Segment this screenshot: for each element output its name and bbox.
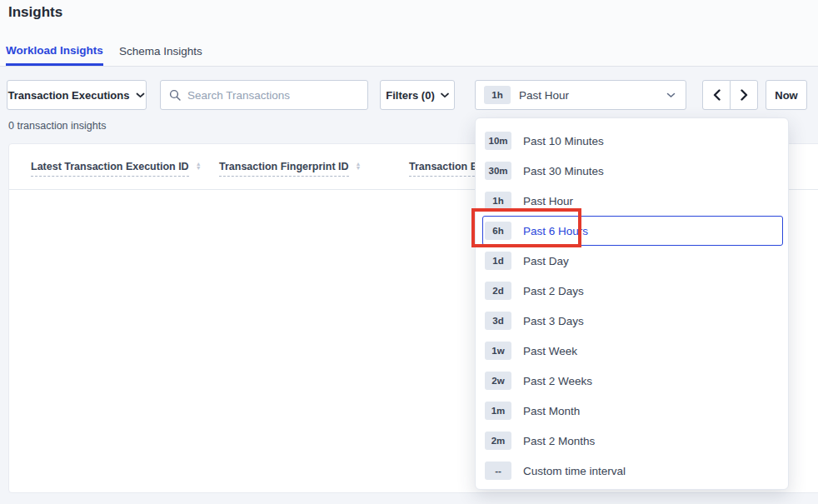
time-prev-button[interactable] bbox=[702, 80, 731, 110]
time-option-label: Past Hour bbox=[523, 195, 573, 207]
tab-divider bbox=[0, 66, 818, 67]
time-option-label: Past 2 Days bbox=[523, 285, 584, 297]
column-header-transaction-execution[interactable]: Transaction Ex bbox=[409, 161, 483, 177]
time-option-badge: -- bbox=[485, 462, 511, 480]
time-option-label: Past Week bbox=[523, 345, 577, 357]
time-option-badge: 1d bbox=[485, 252, 511, 270]
time-option-past-10-minutes[interactable]: 10mPast 10 Minutes bbox=[482, 126, 783, 156]
time-option-label: Past 2 Months bbox=[523, 435, 595, 447]
time-option-label: Past 10 Minutes bbox=[523, 135, 604, 147]
time-option-label: Past 30 Minutes bbox=[523, 165, 604, 177]
entity-type-select-value: Transaction Executions bbox=[8, 89, 130, 102]
time-option-badge: 10m bbox=[485, 132, 511, 150]
page-header: Insights Workload InsightsSchema Insight… bbox=[0, 0, 818, 67]
now-button-label: Now bbox=[775, 89, 797, 102]
time-option-badge: 1h bbox=[485, 192, 511, 210]
filters-button-label: Filters (0) bbox=[386, 89, 435, 102]
time-option-badge: 1m bbox=[485, 402, 511, 420]
time-option-past-month[interactable]: 1mPast Month bbox=[482, 396, 783, 426]
time-next-button[interactable] bbox=[730, 80, 758, 110]
time-option-badge: 3d bbox=[485, 312, 511, 330]
search-icon bbox=[169, 89, 181, 101]
chevron-down-icon bbox=[666, 92, 676, 98]
chevron-right-icon bbox=[741, 89, 748, 101]
time-option-badge: 1w bbox=[485, 342, 511, 360]
time-option-label: Past Month bbox=[523, 405, 580, 417]
entity-type-select[interactable]: Transaction Executions bbox=[7, 80, 147, 110]
tab-label: Schema Insights bbox=[119, 45, 202, 57]
search-box[interactable] bbox=[160, 80, 368, 110]
sort-icon[interactable]: ▲▼ bbox=[196, 162, 202, 170]
annotation-highlight-box bbox=[471, 208, 581, 247]
column-header-label: Transaction Fingerprint ID bbox=[219, 161, 349, 177]
column-header-transaction-fingerprint-id[interactable]: Transaction Fingerprint ID▲▼ bbox=[219, 161, 362, 177]
time-interval-value: Past Hour bbox=[519, 89, 666, 102]
time-option-past-2-weeks[interactable]: 2wPast 2 Weeks bbox=[482, 366, 783, 396]
time-interval-dropdown: 10mPast 10 Minutes30mPast 30 Minutes1hPa… bbox=[475, 117, 789, 490]
time-option-label: Past 2 Weeks bbox=[523, 375, 592, 387]
tab-workload-insights[interactable]: Workload Insights bbox=[6, 37, 103, 66]
time-option-badge: 2d bbox=[485, 282, 511, 300]
sort-icon[interactable]: ▲▼ bbox=[356, 162, 362, 170]
chevron-down-icon bbox=[441, 92, 449, 98]
column-header-latest-transaction-execution-id[interactable]: Latest Transaction Execution ID▲▼ bbox=[31, 161, 202, 177]
time-interval-select[interactable]: 1h Past Hour bbox=[475, 80, 686, 110]
time-option-label: Custom time interval bbox=[523, 465, 626, 477]
tab-bar: Workload InsightsSchema Insights bbox=[0, 37, 818, 67]
time-option-badge: 30m bbox=[485, 162, 511, 180]
time-option-label: Past 3 Days bbox=[523, 315, 584, 327]
time-option-past-day[interactable]: 1dPast Day bbox=[482, 246, 783, 276]
time-option-past-week[interactable]: 1wPast Week bbox=[482, 336, 783, 366]
page-title: Insights bbox=[8, 4, 62, 21]
tab-label: Workload Insights bbox=[6, 44, 103, 57]
column-header-label: Latest Transaction Execution ID bbox=[31, 161, 189, 177]
time-option-past-2-days[interactable]: 2dPast 2 Days bbox=[482, 276, 783, 306]
time-option-label: Past Day bbox=[523, 255, 569, 267]
chevron-down-icon bbox=[136, 92, 145, 98]
results-count: 0 transaction insights bbox=[8, 120, 106, 132]
column-header-label: Transaction Ex bbox=[409, 161, 483, 177]
insights-page: Insights Workload InsightsSchema Insight… bbox=[0, 0, 818, 504]
time-option-custom-time-interval[interactable]: --Custom time interval bbox=[482, 456, 783, 486]
time-option-badge: 2w bbox=[485, 372, 511, 390]
time-option-past-2-months[interactable]: 2mPast 2 Months bbox=[482, 426, 783, 456]
time-interval-badge: 1h bbox=[484, 86, 511, 104]
chevron-left-icon bbox=[713, 89, 721, 101]
filters-button[interactable]: Filters (0) bbox=[380, 80, 455, 110]
search-input[interactable] bbox=[187, 89, 359, 102]
time-option-past-30-minutes[interactable]: 30mPast 30 Minutes bbox=[482, 156, 783, 186]
tab-schema-insights[interactable]: Schema Insights bbox=[119, 37, 202, 66]
time-option-badge: 2m bbox=[485, 432, 511, 450]
now-button[interactable]: Now bbox=[766, 80, 807, 110]
time-option-past-3-days[interactable]: 3dPast 3 Days bbox=[482, 306, 783, 336]
